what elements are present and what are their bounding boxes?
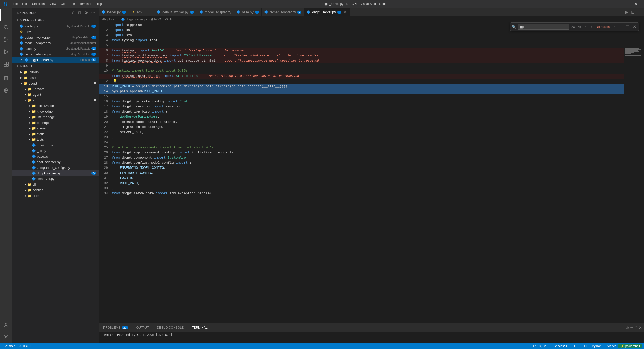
folder-initialization[interactable]: ▶ 📁 initialization (12, 103, 99, 109)
panel-more-button[interactable]: ··· (630, 325, 633, 330)
activity-settings[interactable] (0, 331, 12, 343)
open-editor-default-worker[interactable]: 🔷 default_worker.py dbgpt\model\c... 2 (12, 34, 99, 40)
open-editor-dbgpt-server[interactable]: ✕ 🔷 dbgpt_server.py dbgpt\app 5 (12, 57, 99, 63)
open-editors-section[interactable]: ▾ OPEN EDITORS (12, 17, 99, 23)
panel-tab-debug[interactable]: DEBUG CONSOLE (153, 323, 188, 332)
file-component-configs[interactable]: ▶ 🔷 component_configs.py (12, 165, 99, 170)
folder-dbgpt[interactable]: ▾ 📂 dbgpt (12, 80, 99, 86)
folder-cli[interactable]: ▶ 📁 cli (12, 182, 99, 187)
file-chat-adapter[interactable]: ▶ 🔷 chat_adapter.py (12, 159, 99, 165)
folder-static[interactable]: ▶ 📁 static (12, 131, 99, 137)
file-base[interactable]: ▶ 🔷 base.py (12, 153, 99, 159)
file-init[interactable]: ▶ 🔷 __init__.py (12, 142, 99, 148)
panel-tab-problems[interactable]: PROBLEMS 22 (99, 323, 132, 332)
open-editor-base[interactable]: 🔷 base.py dbgpt\model\adapter 1 (12, 46, 99, 51)
new-folder-button[interactable]: ⊡ (77, 10, 83, 15)
regex-button[interactable]: .* (583, 24, 588, 30)
whole-word-button[interactable]: ab (577, 24, 582, 30)
maximize-button[interactable]: □ (617, 0, 629, 8)
menu-help[interactable]: Help (94, 2, 104, 6)
tab-model-adapter[interactable]: 🔷 model_adapter.py (197, 8, 234, 17)
activity-extensions[interactable] (0, 58, 12, 70)
folder-core[interactable]: ▶ 📁 core (12, 193, 99, 198)
status-extension[interactable]: Pylance (604, 344, 619, 348)
status-eol[interactable]: LF (582, 344, 590, 348)
minimize-button[interactable]: – (604, 0, 616, 8)
menu-view[interactable]: View (47, 2, 58, 6)
file-llmserver[interactable]: ▶ 🔷 llmserver.py (12, 176, 99, 182)
tab-default-worker[interactable]: 🔷 default_worker.py 2 (154, 8, 197, 17)
project-section[interactable]: ▾ DB-GPT (12, 63, 99, 69)
run-button[interactable]: ▶ (624, 9, 629, 15)
open-editor-model-adapter[interactable]: 🔷 model_adapter.py dbgpt\model\adapter (12, 40, 99, 46)
activity-remote[interactable] (0, 85, 12, 97)
tab-fschat[interactable]: 🔷 fschat_adapter.py 7 (262, 8, 304, 17)
file-cli[interactable]: ▶ 🔷 _cli.py (12, 148, 99, 153)
status-errors[interactable]: ⚠ 0 ✗ 0 (17, 344, 32, 348)
menu-file[interactable]: File (11, 2, 20, 6)
open-editor-env[interactable]: ⚙ .env (12, 29, 99, 34)
tab-loader[interactable]: 🔷 loader.py 7 (99, 8, 129, 17)
folder-agent[interactable]: ▶ 📁 agent (12, 92, 99, 97)
folder-openapi[interactable]: ▶ 📁 openapi (12, 120, 99, 125)
folder-knowledge[interactable]: ▶ 📁 knowledge (12, 109, 99, 114)
file-dbgpt-server[interactable]: ▶ 🔷 dbgpt_server.py 5 (12, 170, 99, 176)
folder-github[interactable]: ▶ 📁 .github (12, 69, 99, 75)
folder-app[interactable]: ▾ 📂 app (12, 97, 99, 103)
collapse-all-button[interactable]: ⋯ (90, 10, 96, 15)
case-sensitive-button[interactable]: Aa (570, 24, 576, 30)
menu-edit[interactable]: Edit (20, 2, 30, 6)
new-terminal-button[interactable]: ⊕ (626, 325, 629, 330)
folder-scene[interactable]: ▶ 📁 scene (12, 125, 99, 131)
find-close-button[interactable]: ✕ (632, 24, 637, 29)
find-input[interactable] (518, 24, 569, 30)
activity-db[interactable] (0, 72, 12, 85)
find-previous-button[interactable]: ↑ (611, 24, 617, 30)
folder-configs[interactable]: ▶ 📁 configs (12, 187, 99, 193)
breadcrumb-part-2[interactable]: app (113, 18, 118, 21)
menu-run[interactable]: Run (67, 2, 77, 6)
breadcrumb-part-3[interactable]: 🔷 dbgpt_server.py (121, 18, 148, 21)
tab-dbgpt-server[interactable]: 🔷 dbgpt_server.py 5 ✕ (304, 8, 350, 17)
activity-source-control[interactable] (0, 33, 12, 46)
activity-run-debug[interactable] (0, 46, 12, 58)
tab-env[interactable]: ⚙ .env (129, 8, 154, 17)
refresh-button[interactable]: ⟳ (84, 10, 89, 15)
breadcrumb-part-4[interactable]: ⬟ ROOT_PATH (151, 18, 172, 21)
activity-explorer[interactable] (0, 9, 12, 21)
status-spaces[interactable]: Spaces: 4 (552, 344, 569, 348)
folder-assets[interactable]: ▶ 📁 assets (12, 75, 99, 80)
tab-base[interactable]: 🔷 base.py 1 (234, 8, 262, 17)
folder-llm-manage[interactable]: ▶ 📁 llm_manage (12, 114, 99, 120)
status-language[interactable]: Python (590, 344, 603, 348)
panel-maximize-button[interactable]: ⌃ (634, 325, 638, 330)
folder-tests[interactable]: ▶ 📁 tests (12, 137, 99, 142)
menu-go[interactable]: Go (59, 2, 67, 6)
panel-close-button[interactable]: ✕ (639, 325, 642, 330)
more-actions-button[interactable]: ··· (637, 9, 642, 15)
activity-search[interactable] (0, 21, 12, 33)
close-icon[interactable]: ✕ (19, 58, 24, 62)
find-options-button[interactable]: ☰ (625, 24, 630, 30)
activity-accounts[interactable] (0, 319, 12, 331)
open-editor-fschat[interactable]: 🔷 fschat_adapter.py dbgpt\model\a... 7 (12, 51, 99, 57)
breadcrumb-part-1[interactable]: dbgpt (102, 18, 110, 21)
panel-tab-terminal[interactable]: TERMINAL (188, 323, 212, 332)
panel-content[interactable]: remote: Powered by GITEE.COM [GNK-6.4] (99, 332, 644, 343)
new-file-button[interactable]: ⊕ (71, 10, 76, 15)
status-encoding[interactable]: UTF-8 (569, 344, 582, 348)
close-button[interactable]: ✕ (630, 0, 641, 8)
menu-terminal[interactable]: Terminal (77, 2, 93, 6)
open-editor-loader[interactable]: 🔷 loader.py dbgpt\model\adapter 7 (12, 23, 99, 29)
status-line-col[interactable]: Ln 13, Col 1 (531, 344, 552, 348)
folder-private[interactable]: ▶ 📁 _private (12, 86, 99, 92)
split-editor-button[interactable]: ⊡ (630, 9, 636, 15)
tab-close-button[interactable]: ✕ (343, 10, 347, 15)
code-editor[interactable]: 1 import argparse 2 import os 3 import s… (99, 22, 624, 323)
status-remote[interactable]: ⚡ powershell (618, 344, 642, 348)
menu-selection[interactable]: Selection (30, 2, 47, 6)
panel-tab-output[interactable]: OUTPUT (132, 323, 153, 332)
find-next-button[interactable]: ↓ (617, 24, 623, 30)
preserve-case-button[interactable]: ↕ (589, 24, 594, 30)
status-branch[interactable]: ⎇ main (2, 344, 17, 348)
